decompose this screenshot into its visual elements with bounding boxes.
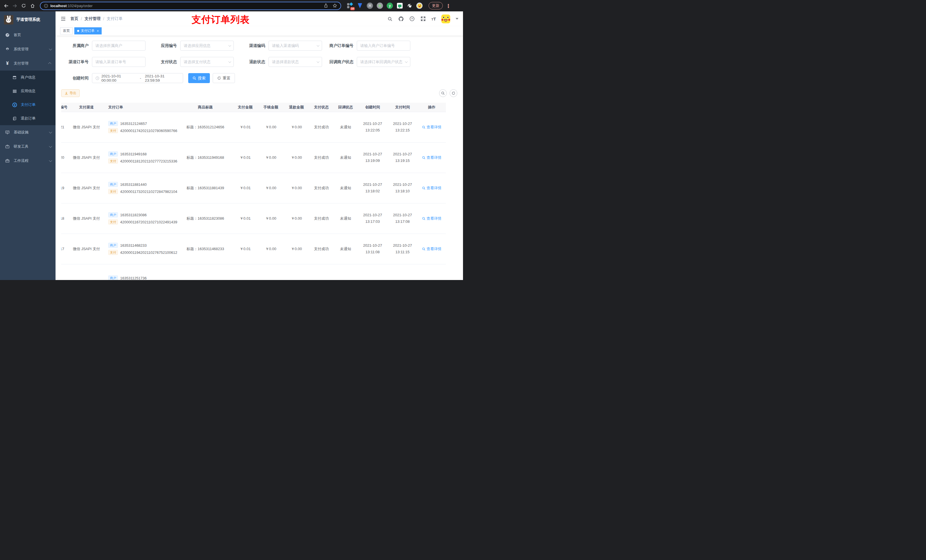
monitor-chart-icon	[5, 130, 10, 134]
notify-status: 未通知	[333, 173, 358, 203]
channel-pay-no: 4200001167202110271022491439	[120, 220, 177, 224]
breadcrumb-pay[interactable]: 支付管理	[85, 16, 100, 21]
command-extension-icon[interactable]: ⌘	[366, 2, 373, 9]
merchant-tag: 商户	[108, 212, 118, 217]
chat-extension-icon[interactable]	[396, 2, 403, 9]
export-button[interactable]: 导出	[61, 89, 80, 97]
back-icon[interactable]	[3, 3, 9, 9]
pay-time: 2021-10-2713:22:15	[387, 112, 418, 142]
breadcrumb-home[interactable]: 首页	[70, 16, 78, 21]
column-header: 回调状态	[333, 103, 358, 112]
create-time: 2021-10-2713:18:02	[358, 173, 387, 203]
avatar-caret-icon[interactable]	[455, 18, 458, 20]
user-avatar[interactable]	[441, 15, 450, 23]
date-range-picker[interactable]: 2021-10-01 00:00:00 - 2021-10-31 23:59:5…	[92, 73, 183, 83]
refund-status-select[interactable]: 请选择退款状态	[268, 57, 322, 67]
pay-status: 支付成功	[309, 203, 333, 234]
share-icon[interactable]	[324, 3, 328, 8]
url-host: localhost	[50, 4, 67, 8]
table-row: 20 微信 JSAPI 支付 商户 1635311949168 支付 42000…	[61, 142, 446, 173]
order-id: 19	[61, 173, 69, 203]
pay-time: 2021-10-2713:11:15	[387, 234, 418, 264]
toggle-search-button[interactable]	[439, 89, 447, 97]
yen-icon: ¥	[5, 61, 10, 66]
notify-status-select[interactable]: 请选择订单回调商户状态	[357, 57, 410, 67]
tag-pay-order[interactable]: 支付订单 ×	[74, 27, 101, 35]
fee-amount: ￥0.00	[258, 112, 284, 142]
table-row: 19 微信 JSAPI 支付 商户 1635311881440 支付 42000…	[61, 173, 446, 203]
filter-merchant-order-no: 商户订单编号 请输入商户订单编号	[326, 41, 414, 51]
view-detail-link[interactable]: 查看详情	[422, 246, 441, 252]
sidebar-item-app-info[interactable]: 应用信息	[0, 84, 56, 98]
merchant-order-no: 1635311823086	[120, 213, 147, 217]
view-detail-link[interactable]: 查看详情	[422, 125, 441, 130]
home-icon[interactable]	[29, 3, 36, 9]
sidebar: 芋道管理系统 首页 系统管理 ¥ 支付管理 商户信息	[0, 11, 56, 280]
column-header: 商品标题	[178, 103, 232, 112]
kite-extension-icon[interactable]	[357, 2, 363, 9]
fullscreen-icon[interactable]	[420, 16, 426, 22]
sidebar-item-home[interactable]: 首页	[0, 28, 56, 42]
browser-menu-icon[interactable]: •••	[448, 4, 449, 8]
notify-status: 未通知	[333, 203, 358, 234]
pay-order-cell: 商户 1635311251736	[104, 264, 178, 280]
view-detail-link[interactable]: 查看详情	[422, 155, 441, 160]
dot-extension-icon[interactable]	[377, 2, 383, 9]
sidebar-item-workflow[interactable]: 工作流程	[0, 154, 56, 168]
fee-amount: ￥0.00	[258, 203, 284, 234]
search-button[interactable]: 搜索	[188, 73, 210, 83]
font-size-icon[interactable]: TT	[431, 17, 436, 21]
merchant-tag: 商户	[108, 151, 118, 157]
view-detail-link[interactable]: 查看详情	[422, 186, 441, 191]
sidebar-item-merchant-info[interactable]: 商户信息	[0, 71, 56, 84]
extensions-puzzle-icon[interactable]	[406, 2, 413, 9]
sidebar-item-pay[interactable]: ¥ 支付管理	[0, 56, 56, 71]
merchant-order-no-input[interactable]: 请输入商户订单编号	[357, 41, 410, 51]
column-header: 支付渠道	[69, 103, 104, 112]
merchant-tag: 商户	[108, 182, 118, 187]
address-bar[interactable]: localhost:1024/pay/order	[40, 2, 341, 10]
sidebar-item-infra[interactable]: 基础设施	[0, 125, 56, 139]
tag-home[interactable]: 首页	[60, 27, 73, 35]
filter-channel-order-no: 渠道订单号 请输入渠道订单号	[61, 57, 150, 67]
pay-amount: ￥0.01	[232, 234, 258, 264]
pay-amount: ￥0.01	[232, 142, 258, 173]
update-button[interactable]: 更新	[428, 2, 443, 9]
sidebar-item-pay-order[interactable]: 支付订单	[0, 98, 56, 112]
column-header: 创建时间	[358, 103, 387, 112]
pay-status: 支付成功	[309, 112, 333, 142]
site-info-icon[interactable]	[44, 4, 48, 8]
channel-code-select[interactable]: 请输入渠道编码	[268, 41, 322, 51]
reload-icon[interactable]	[21, 3, 27, 9]
sidebar-item-refund-order[interactable]: 退款订单	[0, 112, 56, 125]
extension-grid-icon[interactable]: 10	[346, 2, 353, 9]
pay-channel: 微信 JSAPI 支付	[69, 203, 104, 234]
view-detail-link[interactable]: 查看详情	[422, 216, 441, 221]
sidebar-item-system[interactable]: 系统管理	[0, 42, 56, 56]
forward-icon[interactable]	[12, 3, 18, 9]
app-select[interactable]: 请选择应用信息	[180, 41, 234, 51]
close-icon[interactable]: ×	[97, 29, 99, 33]
channel-pay-no: 4200001174202110278060590766	[120, 128, 177, 133]
column-header: 操作	[418, 103, 446, 112]
y-extension-icon[interactable]: y	[386, 2, 393, 9]
github-icon[interactable]	[398, 16, 404, 22]
pay-tag: 支付	[108, 128, 118, 133]
help-icon[interactable]: ?	[409, 16, 415, 22]
emoji-extension-icon[interactable]	[416, 3, 422, 9]
merchant-order-no: 1635312124657	[120, 122, 147, 126]
sidebar-item-devtools[interactable]: 研发工具	[0, 139, 56, 154]
notify-status	[333, 264, 358, 280]
sidebar-fold-icon[interactable]	[60, 16, 67, 22]
pay-status-select[interactable]: 请选择支付状态	[180, 57, 234, 67]
merchant-order-no: 1635311881440	[120, 183, 147, 187]
bookmark-star-icon[interactable]	[333, 3, 337, 8]
pay-order-cell: 商户 1635311949168 支付 42000011812021102777…	[104, 142, 178, 173]
fee-amount: ￥0.00	[258, 234, 284, 264]
refresh-button[interactable]	[449, 89, 457, 97]
search-icon[interactable]	[387, 16, 393, 22]
merchant-input[interactable]: 请选择所属商户	[92, 41, 145, 51]
channel-order-no-input[interactable]: 请输入渠道订单号	[92, 57, 145, 67]
filter-create-time: 创建时间 2021-10-01 00:00:00 - 2021-10-31 23…	[61, 73, 183, 83]
reset-button[interactable]: 重置	[213, 73, 235, 83]
